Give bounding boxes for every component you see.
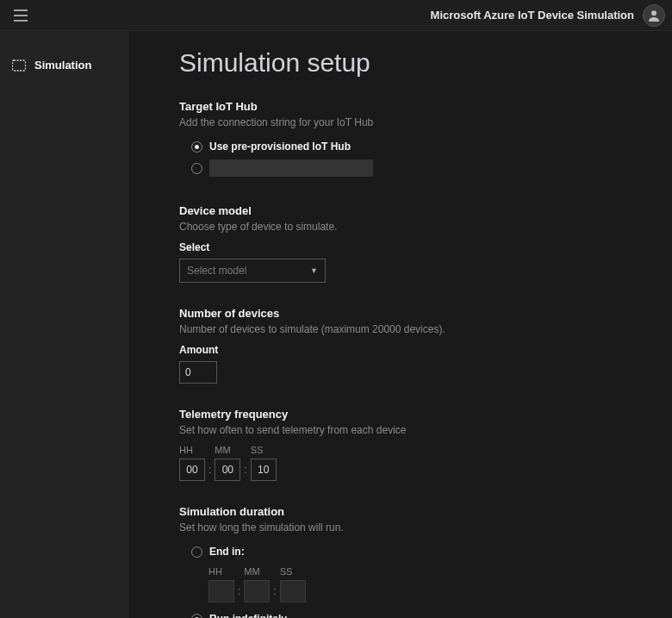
section-desc: Set how long the simulation will run.	[179, 521, 643, 534]
svg-point-0	[651, 10, 656, 16]
sidebar-item-simulation[interactable]: Simulation	[0, 52, 129, 78]
user-icon	[647, 9, 661, 22]
duration-hh-input[interactable]	[208, 580, 234, 602]
radio-end-in-label: End in:	[209, 546, 245, 558]
avatar[interactable]	[643, 4, 665, 27]
telemetry-hh-label: HH	[179, 445, 205, 455]
section-device-model: Device model Choose type of device to si…	[179, 204, 643, 283]
section-desc: Choose type of device to simulate.	[179, 221, 643, 233]
menu-icon	[14, 9, 28, 22]
section-number-of-devices: Number of devices Number of devices to s…	[179, 307, 643, 384]
connection-string-input[interactable]	[209, 159, 373, 177]
telemetry-ss-input[interactable]	[251, 459, 277, 481]
topbar: Microsoft Azure IoT Device Simulation	[0, 0, 672, 31]
duration-hh-label: HH	[208, 566, 234, 577]
select-label: Select	[179, 241, 643, 253]
amount-label: Amount	[179, 344, 643, 356]
section-target-iot-hub: Target IoT Hub Add the connection string…	[179, 100, 643, 180]
section-title: Telemetry frequency	[179, 408, 643, 421]
section-simulation-duration: Simulation duration Set how long the sim…	[179, 505, 643, 618]
section-desc: Set how often to send telemetry from eac…	[179, 424, 643, 436]
section-desc: Number of devices to simulate (maximum 2…	[179, 323, 643, 335]
duration-ss-input[interactable]	[280, 580, 306, 602]
main-content: Simulation setup Target IoT Hub Add the …	[129, 31, 672, 618]
section-title: Simulation duration	[179, 505, 643, 518]
section-title: Number of devices	[179, 307, 643, 320]
device-model-select[interactable]: Select model ▼	[179, 259, 326, 283]
section-telemetry-frequency: Telemetry frequency Set how often to sen…	[179, 408, 643, 481]
svg-rect-1	[13, 60, 26, 71]
section-desc: Add the connection string for your IoT H…	[179, 116, 643, 128]
chevron-down-icon: ▼	[310, 266, 318, 275]
radio-preprovisioned[interactable]	[191, 141, 202, 153]
telemetry-mm-label: MM	[215, 445, 240, 455]
duration-mm-input[interactable]	[244, 580, 270, 602]
topbar-right: Microsoft Azure IoT Device Simulation	[431, 4, 665, 27]
hamburger-menu-button[interactable]	[7, 4, 34, 27]
radio-custom-connection[interactable]	[191, 163, 202, 174]
select-placeholder: Select model	[187, 265, 246, 277]
app-title: Microsoft Azure IoT Device Simulation	[431, 9, 634, 22]
amount-input[interactable]	[179, 361, 217, 384]
section-title: Target IoT Hub	[179, 100, 643, 113]
sidebar-item-label: Simulation	[34, 59, 91, 72]
simulation-icon	[12, 59, 26, 72]
telemetry-hh-input[interactable]	[179, 459, 205, 481]
telemetry-ss-label: SS	[251, 445, 277, 455]
radio-end-in[interactable]	[191, 546, 202, 558]
sidebar: Simulation	[0, 31, 129, 618]
telemetry-mm-input[interactable]	[215, 459, 240, 481]
page-title: Simulation setup	[179, 48, 643, 78]
section-title: Device model	[179, 204, 643, 217]
duration-ss-label: SS	[280, 566, 306, 577]
duration-mm-label: MM	[244, 566, 270, 577]
radio-run-indefinitely[interactable]	[191, 614, 202, 619]
radio-preprovisioned-label: Use pre-provisioned IoT Hub	[209, 140, 351, 153]
radio-run-indefinitely-label: Run indefinitely	[209, 613, 287, 618]
